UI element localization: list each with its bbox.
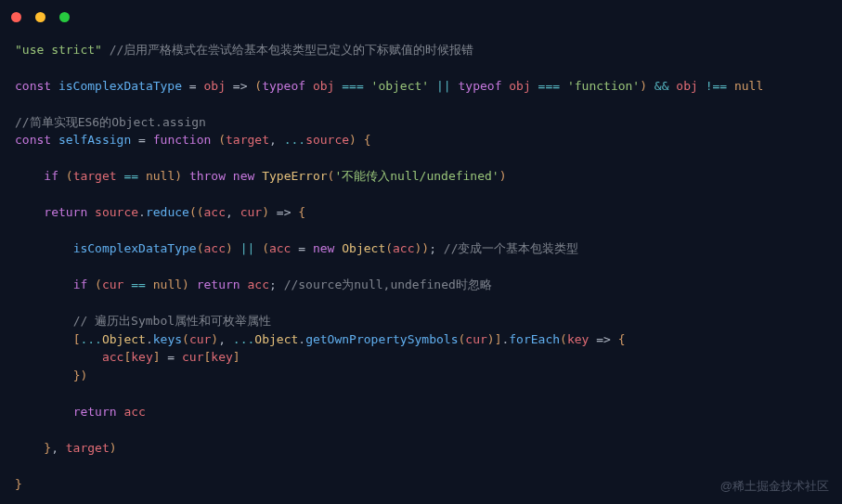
window-titlebar (0, 0, 842, 32)
identifier: isComplexDataType (58, 79, 182, 93)
close-icon[interactable] (11, 12, 21, 22)
watermark: @稀土掘金技术社区 (720, 477, 829, 496)
code-block: "use strict" //启用严格模式在尝试给基本包装类型已定义的下标赋值的… (0, 32, 842, 503)
keyword: const (15, 79, 51, 93)
string-literal: "use strict" (15, 43, 102, 57)
maximize-icon[interactable] (59, 12, 70, 22)
comment: //启用严格模式在尝试给基本包装类型已定义的下标赋值的时候报错 (110, 43, 474, 57)
comment: //简单实现ES6的Object.assign (15, 115, 206, 129)
minimize-icon[interactable] (35, 12, 45, 22)
